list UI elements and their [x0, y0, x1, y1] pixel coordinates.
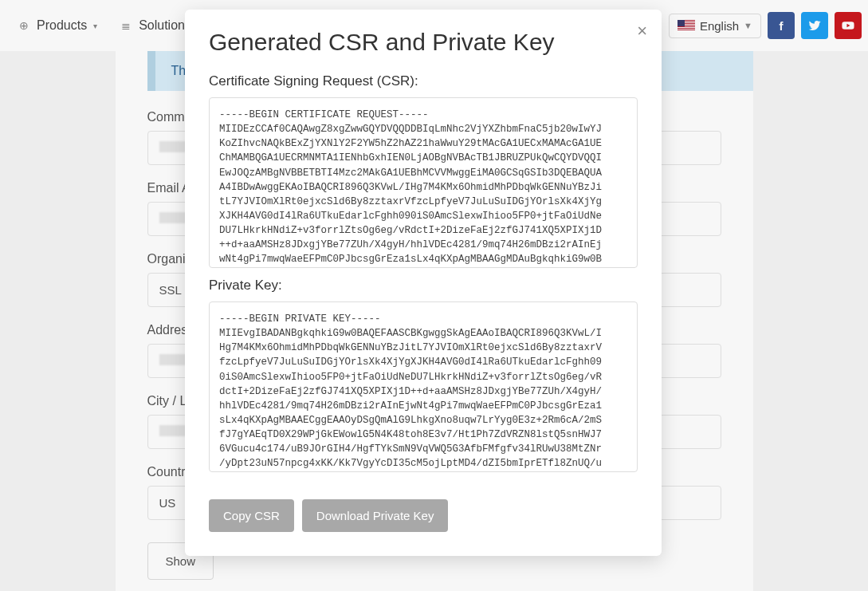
download-private-key-button[interactable]: Download Private Key [302, 499, 449, 532]
modal-title: Generated CSR and Private Key [209, 29, 638, 56]
csr-label: Certificate Signing Request (CSR): [209, 73, 638, 89]
close-icon[interactable]: × [637, 21, 647, 41]
csr-modal: × Generated CSR and Private Key Certific… [185, 10, 662, 556]
private-key-textarea[interactable] [209, 301, 638, 472]
private-key-label: Private Key: [209, 278, 638, 294]
csr-textarea[interactable] [209, 97, 638, 268]
copy-csr-button[interactable]: Copy CSR [209, 499, 294, 532]
